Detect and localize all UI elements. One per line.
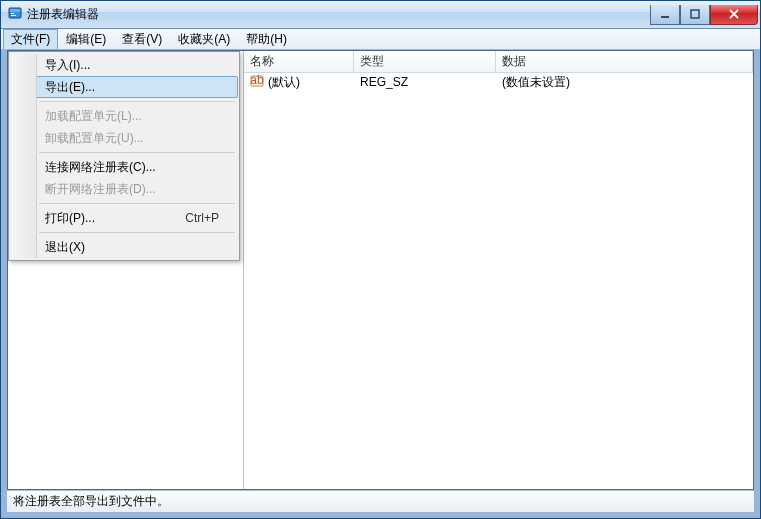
list-header: 名称 类型 数据 [244,51,753,73]
list-pane: 名称 类型 数据 ab (默认) [244,51,753,489]
string-value-icon: ab [250,74,264,91]
window: 注册表编辑器 文件(F) 编辑(E) 查看(V) 收藏夹(A) 帮助(H) 名称 [0,0,761,519]
menu-item-unload-hive: 卸载配置单元(U)... [39,127,237,149]
cell-name-text: (默认) [268,74,300,91]
list-body[interactable]: ab (默认) REG_SZ (数值未设置) [244,73,753,489]
menu-separator [39,232,235,233]
cell-type-text: REG_SZ [354,75,496,89]
workspace: 名称 类型 数据 ab (默认) [7,50,754,490]
menu-item-exit[interactable]: 退出(X) [39,236,237,258]
file-menu-dropdown: 导入(I)... 导出(E)... 加载配置单元(L)... 卸载配置单元(U)… [8,51,240,261]
menu-item-import[interactable]: 导入(I)... [39,54,237,76]
window-controls [650,5,758,25]
minimize-button[interactable] [650,5,680,25]
menu-file[interactable]: 文件(F) [3,29,58,49]
window-title: 注册表编辑器 [27,6,99,23]
column-header-name[interactable]: 名称 [244,51,354,72]
svg-rect-4 [661,16,669,18]
menu-edit[interactable]: 编辑(E) [58,29,114,49]
statusbar: 将注册表全部导出到文件中。 [7,490,754,512]
menu-item-export[interactable]: 导出(E)... [12,76,238,98]
svg-text:ab: ab [250,74,264,87]
svg-rect-1 [10,9,20,12]
menu-separator [39,101,235,102]
maximize-button[interactable] [680,5,710,25]
menu-help[interactable]: 帮助(H) [238,29,295,49]
menubar: 文件(F) 编辑(E) 查看(V) 收藏夹(A) 帮助(H) [1,29,760,50]
menu-item-connect-network[interactable]: 连接网络注册表(C)... [39,156,237,178]
menu-view[interactable]: 查看(V) [114,29,170,49]
menu-item-disconnect-network: 断开网络注册表(D)... [39,178,237,200]
menu-separator [39,203,235,204]
menu-favorites[interactable]: 收藏夹(A) [170,29,238,49]
menu-separator [39,152,235,153]
app-icon [7,5,23,24]
column-header-data[interactable]: 数据 [496,51,753,72]
svg-rect-2 [11,13,14,14]
menu-item-load-hive: 加载配置单元(L)... [39,105,237,127]
shortcut-label: Ctrl+P [185,211,219,225]
menu-item-print[interactable]: 打印(P)... Ctrl+P [39,207,237,229]
column-header-type[interactable]: 类型 [354,51,496,72]
svg-rect-3 [11,15,16,16]
close-button[interactable] [710,5,758,25]
titlebar: 注册表编辑器 [1,1,760,29]
statusbar-text: 将注册表全部导出到文件中。 [13,493,169,510]
list-row[interactable]: ab (默认) REG_SZ (数值未设置) [244,73,753,91]
cell-data-text: (数值未设置) [496,74,753,91]
svg-rect-5 [691,10,699,18]
